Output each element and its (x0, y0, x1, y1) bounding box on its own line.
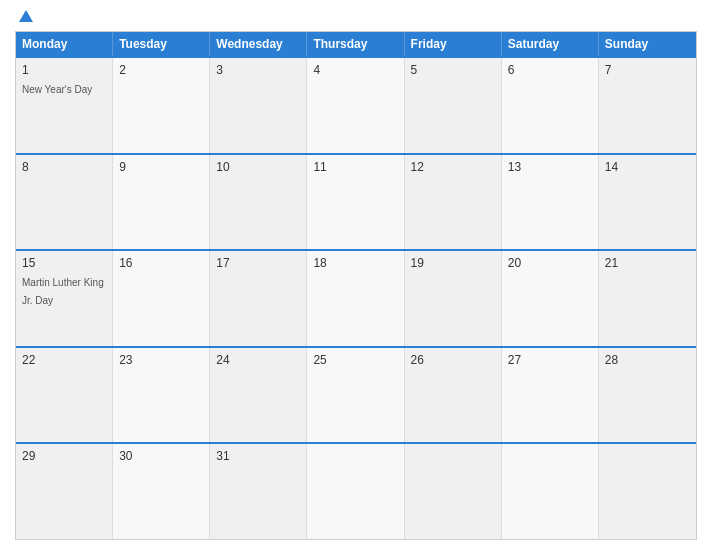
day-number: 6 (508, 63, 592, 77)
calendar-week-row: 15Martin Luther King Jr. Day161718192021 (16, 249, 696, 346)
day-number: 22 (22, 353, 106, 367)
calendar-cell: 17 (210, 251, 307, 346)
calendar-cell: 23 (113, 348, 210, 443)
calendar-cell: 22 (16, 348, 113, 443)
calendar-cell: 24 (210, 348, 307, 443)
calendar-week-row: 293031 (16, 442, 696, 539)
calendar-week-row: 891011121314 (16, 153, 696, 250)
day-number: 2 (119, 63, 203, 77)
calendar-cell: 2 (113, 58, 210, 153)
day-number: 31 (216, 449, 300, 463)
calendar-cell: 21 (599, 251, 696, 346)
calendar-cell (405, 444, 502, 539)
day-number: 29 (22, 449, 106, 463)
calendar-cell: 3 (210, 58, 307, 153)
calendar-cell: 25 (307, 348, 404, 443)
day-number: 5 (411, 63, 495, 77)
day-number: 16 (119, 256, 203, 270)
calendar-cell: 20 (502, 251, 599, 346)
calendar-page: MondayTuesdayWednesdayThursdayFridaySatu… (0, 0, 712, 550)
day-number: 7 (605, 63, 690, 77)
logo (15, 10, 33, 23)
calendar-body: 1New Year's Day23456789101112131415Marti… (16, 56, 696, 539)
day-number: 23 (119, 353, 203, 367)
calendar-cell (502, 444, 599, 539)
day-number: 4 (313, 63, 397, 77)
header (15, 10, 697, 23)
calendar-cell: 30 (113, 444, 210, 539)
calendar-cell: 19 (405, 251, 502, 346)
calendar-cell: 15Martin Luther King Jr. Day (16, 251, 113, 346)
calendar-cell: 12 (405, 155, 502, 250)
calendar-cell: 29 (16, 444, 113, 539)
day-number: 8 (22, 160, 106, 174)
day-number: 9 (119, 160, 203, 174)
day-number: 20 (508, 256, 592, 270)
calendar-cell: 9 (113, 155, 210, 250)
day-number: 17 (216, 256, 300, 270)
calendar-cell: 6 (502, 58, 599, 153)
calendar-cell: 8 (16, 155, 113, 250)
calendar-cell: 31 (210, 444, 307, 539)
day-number: 24 (216, 353, 300, 367)
calendar-cell: 28 (599, 348, 696, 443)
day-number: 30 (119, 449, 203, 463)
calendar-cell: 7 (599, 58, 696, 153)
day-number: 18 (313, 256, 397, 270)
day-number: 14 (605, 160, 690, 174)
weekday-header-cell: Thursday (307, 32, 404, 56)
calendar-cell: 18 (307, 251, 404, 346)
weekday-header-cell: Monday (16, 32, 113, 56)
day-number: 12 (411, 160, 495, 174)
calendar: MondayTuesdayWednesdayThursdayFridaySatu… (15, 31, 697, 540)
calendar-cell: 14 (599, 155, 696, 250)
weekday-header-cell: Wednesday (210, 32, 307, 56)
calendar-week-row: 22232425262728 (16, 346, 696, 443)
calendar-cell: 1New Year's Day (16, 58, 113, 153)
day-number: 21 (605, 256, 690, 270)
calendar-cell: 13 (502, 155, 599, 250)
weekday-header-row: MondayTuesdayWednesdayThursdayFridaySatu… (16, 32, 696, 56)
day-number: 3 (216, 63, 300, 77)
day-number: 15 (22, 256, 106, 270)
day-number: 13 (508, 160, 592, 174)
day-number: 26 (411, 353, 495, 367)
day-number: 19 (411, 256, 495, 270)
holiday-label: Martin Luther King Jr. Day (22, 277, 104, 306)
calendar-week-row: 1New Year's Day234567 (16, 56, 696, 153)
day-number: 10 (216, 160, 300, 174)
day-number: 11 (313, 160, 397, 174)
calendar-cell: 4 (307, 58, 404, 153)
day-number: 1 (22, 63, 106, 77)
calendar-cell: 16 (113, 251, 210, 346)
weekday-header-cell: Saturday (502, 32, 599, 56)
weekday-header-cell: Friday (405, 32, 502, 56)
day-number: 25 (313, 353, 397, 367)
calendar-cell: 5 (405, 58, 502, 153)
calendar-cell: 27 (502, 348, 599, 443)
day-number: 28 (605, 353, 690, 367)
day-number: 27 (508, 353, 592, 367)
calendar-cell (307, 444, 404, 539)
weekday-header-cell: Tuesday (113, 32, 210, 56)
weekday-header-cell: Sunday (599, 32, 696, 56)
logo-triangle-icon (19, 10, 33, 22)
calendar-cell (599, 444, 696, 539)
calendar-cell: 11 (307, 155, 404, 250)
holiday-label: New Year's Day (22, 84, 92, 95)
calendar-cell: 10 (210, 155, 307, 250)
calendar-cell: 26 (405, 348, 502, 443)
